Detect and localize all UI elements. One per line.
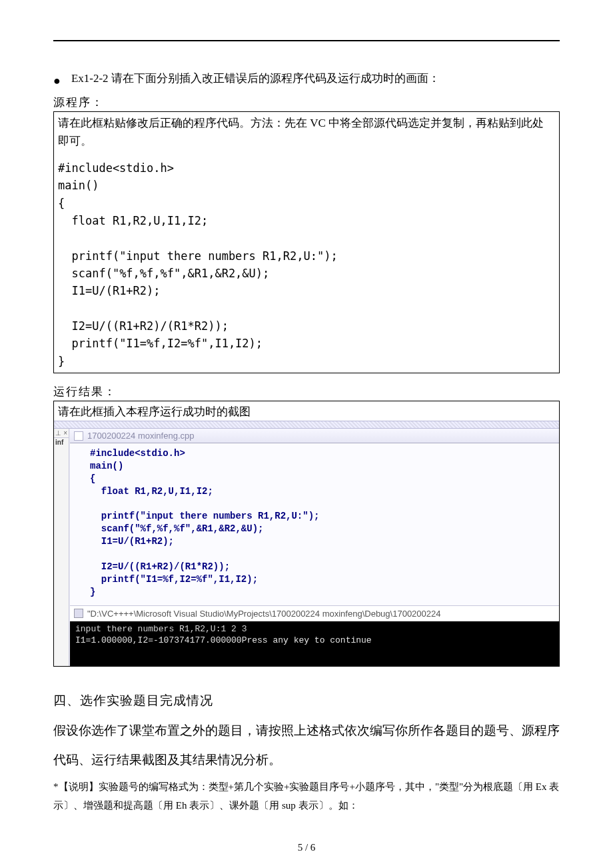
run-result-label: 运行结果： (53, 384, 560, 399)
page-number: 5 / 6 (0, 842, 613, 853)
section-4-paragraph: 假设你选作了课堂布置之外的题目，请按照上述格式依次编写你所作各题目的题号、源程序… (53, 716, 560, 774)
console-icon (74, 609, 83, 618)
console-titlebar: "D:\VC++++\Microsoft Visual Studio\MyPro… (70, 605, 559, 621)
console-line-2: I1=1.000000,I2=-107374177.000000Press an… (75, 635, 372, 645)
gutter-inf: inf (54, 438, 69, 447)
top-rule (53, 40, 560, 41)
source-code: #include<stdio.h> main() { float R1,R2,U… (58, 159, 555, 370)
console-output: input there numbers R1,R2,U:1 2 3 I1=1.0… (70, 621, 559, 667)
ide-code: #include<stdio.h> main() { float R1,R2,U… (90, 448, 319, 597)
exercise-heading: ● Ex1-2-2 请在下面分别插入改正错误后的源程序代码及运行成功时的画面： (53, 68, 560, 91)
file-icon (74, 431, 83, 441)
ide-tab-name: 1700200224 moxinfeng.cpp (87, 431, 194, 441)
page: ● Ex1-2-2 请在下面分别插入改正错误后的源程序代码及运行成功时的画面： … (0, 0, 613, 868)
section-4-note: *【说明】实验题号的编写格式为：类型+第几个实验+实验题目序号+小题序号，其中，… (53, 777, 560, 815)
console-title-text: "D:\VC++++\Microsoft Visual Studio\MyPro… (87, 609, 441, 619)
source-code-box: 请在此框粘贴修改后正确的程序代码。方法：先在 VC 中将全部源代码选定并复制，再… (53, 111, 560, 373)
run-caption: 请在此框插入本程序运行成功时的截图 (54, 401, 559, 421)
ide-screenshot: ⊥ × inf 1700200224 moxinfeng.cpp #includ… (54, 429, 559, 666)
ide-top-hatch (54, 421, 559, 429)
source-instruction: 请在此框粘贴修改后正确的程序代码。方法：先在 VC 中将全部源代码选定并复制，再… (58, 115, 555, 150)
gutter-close-icon: ⊥ × (54, 429, 69, 438)
ide-gutter: ⊥ × inf (54, 429, 69, 666)
ide-tabbar: 1700200224 moxinfeng.cpp (70, 429, 559, 443)
bullet-icon: ● (53, 69, 61, 92)
source-label: 源程序： (53, 95, 560, 110)
ide-code-area: #include<stdio.h> main() { float R1,R2,U… (70, 443, 559, 605)
section-4-heading: 四、选作实验题目完成情况 (53, 692, 560, 709)
run-result-box: 请在此框插入本程序运行成功时的截图 ⊥ × inf 1700200224 mox… (53, 401, 560, 667)
ide-body: 1700200224 moxinfeng.cpp #include<stdio.… (69, 429, 559, 666)
console-line-1: input there numbers R1,R2,U:1 2 3 (75, 624, 247, 634)
exercise-heading-text: Ex1-2-2 请在下面分别插入改正错误后的源程序代码及运行成功时的画面： (71, 68, 440, 89)
